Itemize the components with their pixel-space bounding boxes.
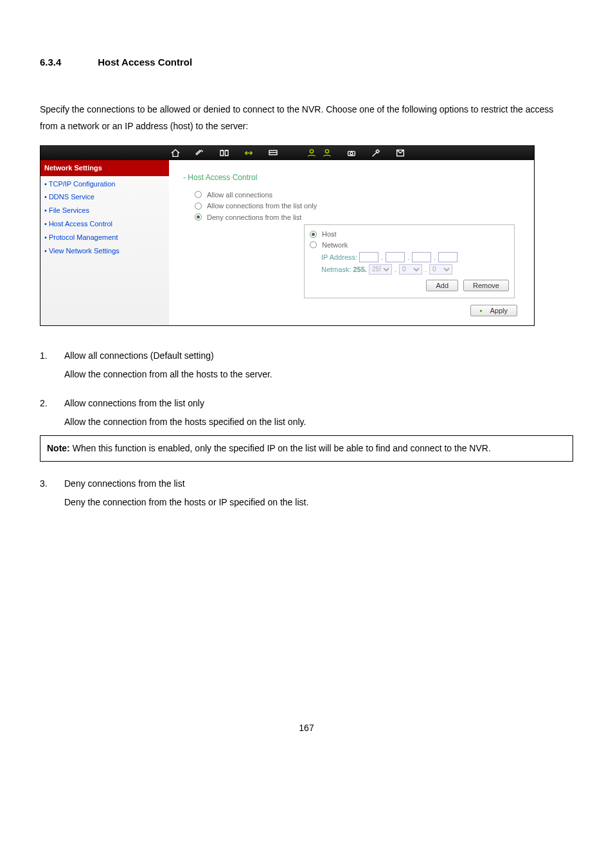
logs-icon[interactable] xyxy=(394,148,407,158)
svg-point-3 xyxy=(325,149,328,152)
intro-paragraph: Specify the connections to be allowed or… xyxy=(40,101,573,135)
svg-point-2 xyxy=(310,149,313,152)
ip-octet-4[interactable] xyxy=(438,252,458,262)
tools-icon[interactable] xyxy=(369,148,382,158)
option-allow-all[interactable]: Allow all connections xyxy=(195,190,526,201)
netmask-select-1[interactable]: 255 xyxy=(369,264,392,275)
note-label: Note: xyxy=(47,443,70,453)
remove-button[interactable]: Remove xyxy=(463,280,509,291)
content-title: Host Access Control xyxy=(183,172,526,183)
netmask-select-2[interactable]: 0 xyxy=(399,264,422,275)
sidebar: Network Settings • TCP/IP Configuration … xyxy=(40,160,169,326)
sidebar-item-ddns[interactable]: • DDNS Service xyxy=(40,190,169,204)
users-icon[interactable] xyxy=(321,148,333,158)
item-desc: Allow the connection from the hosts spec… xyxy=(64,415,573,429)
item-desc: Deny the connection from the hosts or IP… xyxy=(64,496,573,509)
page-number: 167 xyxy=(40,721,573,735)
network-icon[interactable] xyxy=(242,148,255,158)
netmask-fixed: 255. xyxy=(353,264,366,275)
sidebar-item-hostaccess[interactable]: • Host Access Control xyxy=(40,217,169,231)
list-item: 2. Allow connections from the list only … xyxy=(40,397,573,462)
top-iconbar xyxy=(40,146,534,160)
option-label: Deny connections from the list xyxy=(207,212,301,223)
apply-button[interactable]: Apply xyxy=(470,305,517,316)
home-icon[interactable] xyxy=(169,148,182,158)
netmask-select-3[interactable]: 0 xyxy=(429,264,452,275)
netmask-row: Netmask: 255. 255. 0. 0 xyxy=(321,264,509,275)
screenshot-panel: Network Settings • TCP/IP Configuration … xyxy=(40,145,535,327)
radio-host-row[interactable]: Host xyxy=(310,229,509,240)
item-title: Allow all connections (Default setting) xyxy=(64,349,573,363)
netmask-label: Netmask: xyxy=(321,264,351,275)
item-title: Allow connections from the list only xyxy=(64,397,573,410)
option-label: Allow all connections xyxy=(207,190,272,201)
server-icon[interactable] xyxy=(218,148,231,158)
radio-icon[interactable] xyxy=(310,241,317,248)
network-label: Network xyxy=(322,240,348,251)
option-label: Allow connections from the list only xyxy=(207,201,317,212)
content-panel: Host Access Control Allow all connection… xyxy=(169,160,534,326)
host-label: Host xyxy=(322,229,337,240)
section-title: Host Access Control xyxy=(98,57,192,68)
wizard-icon[interactable] xyxy=(193,148,206,158)
sidebar-item-tcpip[interactable]: • TCP/IP Configuration xyxy=(40,177,169,191)
ip-octet-2[interactable] xyxy=(386,252,405,262)
sidebar-item-protocol[interactable]: • Protocol Management xyxy=(40,231,169,244)
svg-point-5 xyxy=(350,152,353,154)
item-title: Deny connections from the list xyxy=(64,477,573,491)
section-number: 6.3.4 xyxy=(40,55,95,70)
device-icon[interactable] xyxy=(267,148,280,158)
ip-octet-3[interactable] xyxy=(412,252,431,262)
sidebar-item-fileservices[interactable]: • File Services xyxy=(40,204,169,217)
user-icon[interactable] xyxy=(305,148,318,158)
numbered-list: 1. Allow all connections (Default settin… xyxy=(40,349,573,509)
item-number: 3. xyxy=(40,477,64,509)
list-item: 1. Allow all connections (Default settin… xyxy=(40,349,573,381)
option-deny-list[interactable]: Deny connections from the list xyxy=(195,212,526,223)
option-allow-list[interactable]: Allow connections from the list only xyxy=(195,201,526,212)
radio-icon[interactable] xyxy=(195,191,202,198)
radio-network-row[interactable]: Network xyxy=(310,240,509,251)
ip-address-row: IP Address: . . . xyxy=(321,252,509,263)
radio-icon[interactable] xyxy=(195,203,202,210)
ip-label: IP Address: xyxy=(321,252,357,263)
radio-icon-selected[interactable] xyxy=(310,231,317,238)
ip-octet-1[interactable] xyxy=(359,252,378,262)
camera-icon[interactable] xyxy=(345,148,358,158)
item-desc: Allow the connection from all the hosts … xyxy=(64,368,573,381)
item-number: 1. xyxy=(40,349,64,381)
section-heading: 6.3.4 Host Access Control xyxy=(40,55,573,70)
sidebar-header: Network Settings xyxy=(40,160,169,176)
note-text: When this function is enabled, only the … xyxy=(70,443,491,453)
add-button[interactable]: Add xyxy=(426,280,458,291)
radio-icon-selected[interactable] xyxy=(195,213,202,221)
note-box: Note: When this function is enabled, onl… xyxy=(40,435,573,462)
host-network-box: Host Network IP Address: . . . xyxy=(304,224,515,298)
sidebar-item-viewnetwork[interactable]: • View Network Settings xyxy=(40,244,169,258)
list-item: 3. Deny connections from the list Deny t… xyxy=(40,477,573,509)
